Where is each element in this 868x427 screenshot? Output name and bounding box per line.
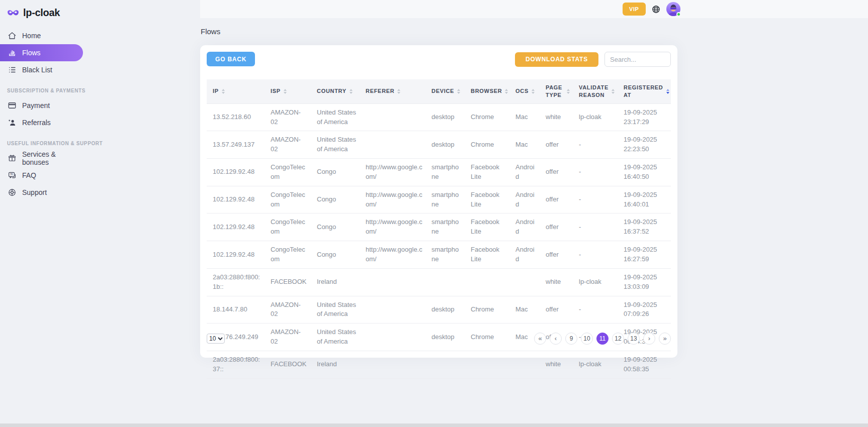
cell-browser: Facebook Lite [465,186,509,214]
cell-registered-at: 19-09-2025 16:40:50 [618,159,671,186]
go-back-button[interactable]: GO BACK [207,52,255,66]
table-row: 102.129.92.48 CongoTelecom Congo http://… [207,214,671,241]
cell-page-type: white [540,103,573,131]
cell-ocs [509,351,540,378]
cell-registered-at: 19-09-2025 16:27:59 [618,241,671,269]
column-header-page-type[interactable]: PAGE TYPE [540,79,573,103]
search-input[interactable] [604,52,671,67]
cell-browser: Facebook Lite [465,241,509,269]
cell-validate-reason: - [573,296,618,324]
column-header-validate-reason[interactable]: VALIDATE REASON [573,79,618,103]
cell-device: smartphone [425,214,465,241]
sidebar-item-referrals[interactable]: Referrals [0,114,83,131]
sidebar-item-label: Home [22,32,41,40]
topbar [200,0,868,18]
cell-referer: http://www.google.com/ [360,186,425,214]
sort-icon [284,89,287,94]
cell-validate-reason: lp-cloak [573,351,618,378]
sort-icon [222,89,225,94]
download-stats-button[interactable]: DOWNLOAD STATS [515,52,598,67]
topbar-actions: VIP [623,2,680,16]
cell-registered-at: 19-09-2025 07:09:26 [618,296,671,324]
cell-country: United States of America [311,103,360,131]
pagination-first-button[interactable]: « [534,333,546,345]
brand-name: lp-cloak [23,7,60,19]
cell-device: smartphone [425,159,465,186]
cell-page-type: offer [540,159,573,186]
sidebar-item-faq[interactable]: ?! FAQ [0,167,83,184]
cell-browser: Chrome [465,131,509,159]
sidebar-item-label: Referrals [22,119,51,127]
column-header-device[interactable]: DEVICE [425,79,465,103]
pagination-next-button[interactable]: › [643,333,655,345]
cell-isp: CongoTelecom [265,159,311,186]
table-row: 13.52.218.60 AMAZON-02 United States of … [207,103,671,131]
gift-icon [8,154,17,163]
pagination-page-10[interactable]: 10 [581,333,593,345]
sidebar-item-payment[interactable]: Payment [0,97,83,114]
sort-icon [457,89,460,94]
sidebar-item-label: Services & bonuses [22,150,83,166]
cell-ocs: Mac [509,131,540,159]
column-header-referer[interactable]: REFERER [360,79,425,103]
cell-referer [360,351,425,378]
column-header-registered-at[interactable]: REGISTERED AT [618,79,671,103]
cell-ip: 13.52.218.60 [207,103,265,131]
sidebar-item-home[interactable]: Home [0,27,83,44]
cell-browser [465,268,509,296]
pagination-last-button[interactable]: » [659,333,671,345]
cell-validate-reason: - [573,131,618,159]
sidebar-item-flows[interactable]: Flows [0,44,83,61]
pagination-prev-button[interactable]: ‹ [550,333,562,345]
sort-icon [567,89,570,94]
cell-page-type: white [540,351,573,378]
brand-logo[interactable]: lp-cloak [0,0,91,20]
cell-ocs: Android [509,159,540,186]
avatar[interactable] [666,2,680,16]
cell-ocs: Android [509,241,540,269]
vip-button[interactable]: VIP [623,3,646,16]
cell-isp: CongoTelecom [265,214,311,241]
table-row: 102.129.92.48 CongoTelecom Congo http://… [207,159,671,186]
window-bottom-edge [0,423,868,427]
cell-country: United States of America [311,131,360,159]
sidebar-section-subscription: SUBSCRIPTION & PAYMENTS [7,87,91,93]
cell-ocs [509,268,540,296]
column-header-browser[interactable]: BROWSER [465,79,509,103]
globe-icon[interactable] [651,5,661,14]
cell-referer: http://www.google.com/ [360,241,425,269]
per-page-select[interactable]: 10 [207,334,225,344]
table-row: 18.144.7.80 AMAZON-02 United States of A… [207,296,671,324]
column-header-isp[interactable]: ISP [265,79,311,103]
cell-browser: Facebook Lite [465,214,509,241]
column-header-ip[interactable]: IP [207,79,265,103]
sidebar-item-services[interactable]: Services & bonuses [0,150,83,167]
cell-validate-reason: - [573,241,618,269]
flows-card: GO BACK DOWNLOAD STATS IP ISP COUNTRY RE… [200,45,677,358]
cell-page-type: offer [540,186,573,214]
sidebar-item-support[interactable]: Support [0,184,83,201]
column-header-country[interactable]: COUNTRY [311,79,360,103]
cell-isp: AMAZON-02 [265,103,311,131]
sidebar-item-label: Payment [22,101,50,110]
sidebar-item-black-list[interactable]: Black List [0,61,83,78]
table-row: 102.129.92.48 CongoTelecom Congo http://… [207,241,671,269]
pagination-page-13[interactable]: 13 [628,333,640,345]
cell-ip: 102.129.92.48 [207,159,265,186]
cell-ocs: Mac [509,296,540,324]
pagination-page-9[interactable]: 9 [565,333,577,345]
cell-device: desktop [425,103,465,131]
cell-referer [360,296,425,324]
sidebar-item-label: Support [22,188,47,196]
pagination-page-12[interactable]: 12 [612,333,624,345]
cell-browser: Facebook Lite [465,159,509,186]
cell-validate-reason: lp-cloak [573,103,618,131]
cell-isp: AMAZON-02 [265,296,311,324]
column-header-ocs[interactable]: OCS [509,79,540,103]
cell-ip: 2a03:2880:f800:1b:: [207,268,265,296]
sort-icon [350,89,353,94]
sort-icon-active [666,89,669,94]
pagination-page-11-active[interactable]: 11 [596,333,609,345]
cell-registered-at: 19-09-2025 16:40:01 [618,186,671,214]
cell-registered-at: 19-09-2025 23:17:29 [618,103,671,131]
